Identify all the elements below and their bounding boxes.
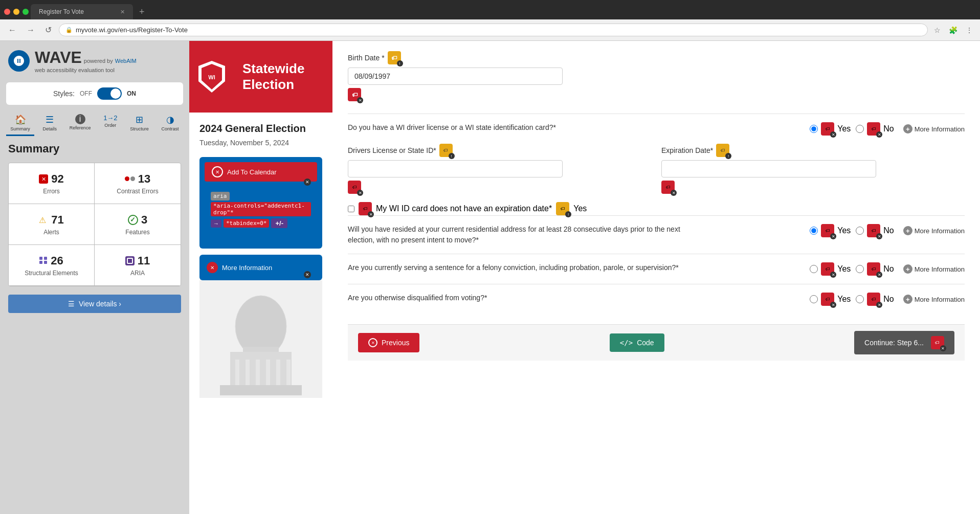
new-tab-button[interactable]: + bbox=[135, 7, 149, 17]
alerts-label: Alerts bbox=[43, 229, 59, 236]
list-icon: ☰ bbox=[46, 114, 54, 125]
summary-errors-cell: 92 Errors bbox=[9, 163, 95, 204]
driver-license-no-label: No bbox=[883, 124, 894, 133]
felony-no-option: 🏷 ✕ No bbox=[856, 262, 894, 276]
styles-toggle[interactable] bbox=[97, 87, 122, 100]
next-aria-badge[interactable]: 🏷 ✕ bbox=[931, 336, 944, 349]
svg-rect-5 bbox=[235, 360, 239, 385]
errors-count: 92 bbox=[51, 172, 63, 186]
birth-date-field: Birth Date * 🏷 ! 🏷 ✕ bbox=[348, 51, 965, 101]
back-button[interactable]: ← bbox=[5, 24, 19, 37]
no-expiration-checkbox[interactable] bbox=[348, 206, 354, 212]
error-x-badge: ✕ bbox=[304, 178, 311, 186]
disq-no-radio[interactable] bbox=[856, 295, 864, 303]
nav-contrast[interactable]: ◑ Contrast bbox=[158, 111, 183, 136]
nav-reference[interactable]: i Reference bbox=[65, 111, 95, 136]
election-title: Statewide Election bbox=[242, 61, 324, 93]
refresh-button[interactable]: ↺ bbox=[42, 23, 55, 37]
next-aria-icon: 🏷 bbox=[935, 340, 940, 345]
summary-contrast-cell: 13 Contrast Errors bbox=[95, 163, 181, 204]
disq-no-badge[interactable]: 🏷 ✕ bbox=[867, 293, 880, 306]
fel-no-badge[interactable]: 🏷 ✕ bbox=[867, 262, 880, 276]
fel-more-info: + More Information bbox=[903, 264, 965, 274]
birth-date-input[interactable] bbox=[348, 68, 563, 85]
disq-yes-label: Yes bbox=[837, 295, 851, 304]
birth-date-label-text: Birth Date * bbox=[348, 54, 385, 62]
next-button[interactable]: Continue: Step 6... 🏷 ✕ bbox=[854, 331, 954, 354]
no-expiration-label: My WI ID card does not have an expiratio… bbox=[376, 204, 552, 213]
expiration-date-input[interactable] bbox=[661, 160, 876, 177]
no-expiration-row: 🏷 ✕ My WI ID card does not have an expir… bbox=[348, 202, 965, 215]
disq-yes-badge[interactable]: 🏷 ✕ bbox=[821, 293, 834, 306]
driver-license-no-radio[interactable] bbox=[856, 125, 864, 133]
address-bar[interactable]: 🔒 myvote.wi.gov/en-us/Register-To-Vote bbox=[59, 24, 928, 36]
extensions-icon[interactable]: 🧩 bbox=[947, 24, 960, 36]
res-no-badge[interactable]: 🏷 ✕ bbox=[867, 224, 880, 237]
disq-no-label: No bbox=[883, 295, 894, 304]
menu-icon[interactable]: ⋮ bbox=[964, 24, 975, 36]
nav-summary[interactable]: 🏠 Summary bbox=[6, 111, 34, 136]
structural-icon bbox=[39, 257, 48, 265]
residency-no-radio[interactable] bbox=[856, 227, 864, 235]
dl-error-badge[interactable]: 🏷 ✕ bbox=[348, 181, 361, 194]
contrast-count-row: 13 bbox=[125, 172, 150, 186]
more-info-x-badge: ✕ bbox=[304, 271, 311, 278]
residency-yes-radio[interactable] bbox=[810, 227, 818, 235]
birth-date-error-badge[interactable]: 🏷 ✕ bbox=[348, 88, 361, 101]
driver-license-controls: 🏷 ✕ Yes 🏷 ✕ No + bbox=[810, 122, 965, 136]
forward-button[interactable]: → bbox=[24, 24, 38, 37]
close-window-btn[interactable] bbox=[4, 9, 10, 15]
nav-order[interactable]: 1→2 Order bbox=[99, 111, 121, 136]
fel-more-info-plus: + bbox=[903, 264, 912, 274]
no-exp-badge[interactable]: 🏷 ✕ bbox=[359, 202, 372, 215]
more-info-button[interactable]: ✕ More Information ✕ bbox=[205, 260, 317, 275]
drivers-license-input[interactable] bbox=[348, 160, 563, 177]
exp-field-badge[interactable]: 🏷 ! bbox=[716, 144, 729, 157]
webaim-link[interactable]: WebAIM bbox=[115, 58, 137, 64]
driver-license-yes-radio[interactable] bbox=[810, 125, 818, 133]
disq-yes-radio[interactable] bbox=[810, 295, 818, 303]
styles-label: Styles: bbox=[53, 90, 75, 98]
bookmark-star-icon[interactable]: ☆ bbox=[932, 24, 943, 36]
minimize-window-btn[interactable] bbox=[13, 9, 19, 15]
aria-code-block: aria *aria-controls="addeventc1-drop"* →… bbox=[205, 186, 317, 236]
previous-button[interactable]: ✕ Previous bbox=[358, 333, 419, 352]
dl-yes-badge[interactable]: 🏷 ✕ bbox=[821, 122, 834, 136]
code-button[interactable]: </> Code bbox=[610, 333, 664, 352]
dl-field-badge[interactable]: 🏷 ! bbox=[439, 144, 453, 157]
dl-no-badge[interactable]: 🏷 ✕ bbox=[867, 122, 880, 136]
active-tab[interactable]: Register To Vote ✕ bbox=[31, 4, 133, 19]
next-label: Continue: Step 6... bbox=[864, 339, 924, 347]
dl-error-icon: 🏷 bbox=[352, 185, 357, 190]
birth-date-wave-badge[interactable]: 🏷 ! bbox=[388, 51, 401, 64]
exp-error-badge[interactable]: 🏷 ✕ bbox=[661, 181, 675, 194]
fel-yes-badge[interactable]: 🏷 ✕ bbox=[821, 262, 834, 276]
add-to-calendar-button[interactable]: ✕ Add To Calendar ✕ bbox=[205, 162, 317, 182]
wi-state-seal-icon: WI bbox=[197, 60, 226, 94]
driver-license-question-row: Do you have a WI driver license or a WI … bbox=[348, 114, 965, 144]
tab-title: Register To Vote bbox=[39, 8, 84, 15]
disq-more-info: + More Information bbox=[903, 295, 965, 304]
maximize-window-btn[interactable] bbox=[23, 9, 29, 15]
summary-alerts-cell: 71 Alerts bbox=[9, 204, 95, 245]
close-tab-icon[interactable]: ✕ bbox=[120, 9, 125, 15]
next-x: ✕ bbox=[940, 345, 946, 351]
add-to-calendar-container: ✕ Add To Calendar ✕ aria *aria-controls=… bbox=[199, 157, 322, 249]
res-yes-badge[interactable]: 🏷 ✕ bbox=[821, 224, 834, 237]
election-name: 2024 General Election bbox=[199, 123, 322, 135]
birth-date-badge-row: 🏷 ✕ bbox=[348, 88, 965, 101]
browser-toolbar: ← → ↺ 🔒 myvote.wi.gov/en-us/Register-To-… bbox=[0, 19, 980, 41]
add-to-calendar-label: Add To Calendar bbox=[227, 168, 277, 176]
disq-no-option: 🏷 ✕ No bbox=[856, 293, 894, 306]
felony-no-radio[interactable] bbox=[856, 265, 864, 273]
residency-question-text: Will you have resided at your current re… bbox=[348, 224, 706, 245]
wave-powered-by: powered by bbox=[84, 58, 113, 64]
felony-yes-radio[interactable] bbox=[810, 265, 818, 273]
nav-details[interactable]: ☰ Details bbox=[39, 111, 61, 136]
wave-logo: WAVE powered by WebAIM web accessibility… bbox=[8, 48, 181, 73]
view-details-button[interactable]: ☰ View details › bbox=[8, 295, 181, 313]
nav-structure[interactable]: ⊞ Structure bbox=[126, 111, 153, 136]
no-exp-warn-badge[interactable]: 🏷 ! bbox=[556, 202, 569, 215]
res-no-icon: 🏷 bbox=[872, 228, 876, 233]
features-count-row: ✓ 3 bbox=[128, 213, 147, 227]
